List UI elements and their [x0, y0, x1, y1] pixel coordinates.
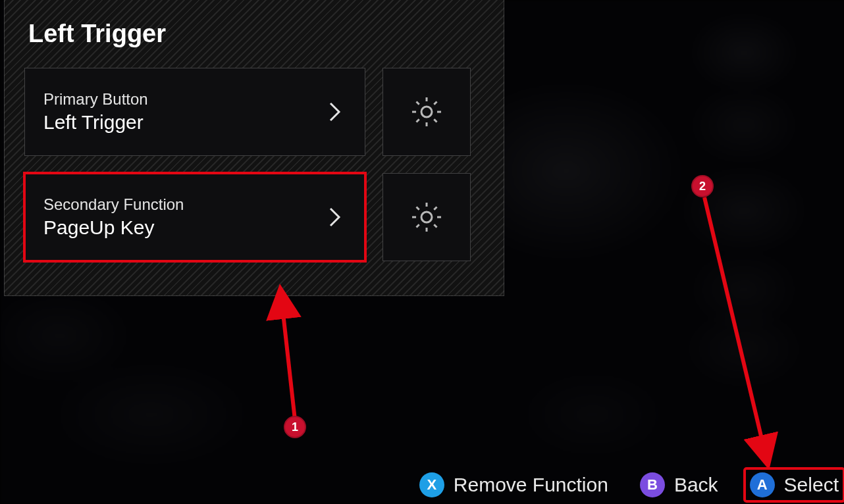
svg-point-1 — [421, 212, 432, 222]
secondary-function-card[interactable]: Secondary Function PageUp Key — [24, 173, 365, 261]
a-button-icon: A — [750, 472, 775, 497]
primary-row: Primary Button Left Trigger — [24, 68, 484, 156]
x-button-icon: X — [419, 472, 444, 497]
primary-settings-button[interactable] — [382, 68, 471, 156]
left-trigger-panel: Left Trigger Primary Button Left Trigger… — [4, 0, 504, 296]
select-label: Select — [784, 474, 839, 496]
secondary-row: Secondary Function PageUp Key — [24, 173, 484, 261]
b-button-icon: B — [640, 472, 665, 497]
primary-value: Left Trigger — [43, 111, 365, 134]
primary-label: Primary Button — [43, 90, 365, 109]
gear-icon — [409, 94, 444, 130]
primary-button-card[interactable]: Primary Button Left Trigger — [24, 68, 365, 156]
svg-point-0 — [421, 107, 432, 117]
secondary-label: Secondary Function — [43, 195, 365, 214]
secondary-settings-button[interactable] — [382, 173, 471, 261]
action-bar: X Remove Function B Back A Select — [419, 472, 841, 497]
back-action[interactable]: B Back — [640, 472, 718, 497]
gear-icon — [409, 199, 444, 235]
chevron-right-icon — [328, 101, 342, 123]
remove-function-label: Remove Function — [454, 474, 608, 496]
secondary-value: PageUp Key — [43, 216, 365, 239]
panel-title: Left Trigger — [24, 20, 484, 48]
back-label: Back — [674, 474, 718, 496]
chevron-right-icon — [328, 206, 342, 228]
remove-function-action[interactable]: X Remove Function — [419, 472, 608, 497]
select-action[interactable]: A Select — [750, 472, 839, 497]
